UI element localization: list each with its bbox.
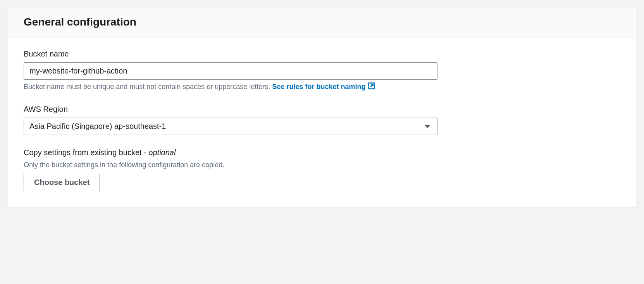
copy-settings-label-main: Copy settings from existing bucket -: [24, 148, 148, 157]
aws-region-field: AWS Region Asia Pacific (Singapore) ap-s…: [24, 105, 620, 135]
bucket-name-field: Bucket name Bucket name must be unique a…: [24, 50, 620, 92]
bucket-name-input[interactable]: [24, 62, 437, 80]
copy-settings-field: Copy settings from existing bucket - opt…: [24, 148, 620, 191]
aws-region-label: AWS Region: [24, 105, 620, 114]
external-link-icon: [368, 82, 375, 92]
panel-body: Bucket name Bucket name must be unique a…: [8, 38, 636, 207]
aws-region-select-wrap: Asia Pacific (Singapore) ap-southeast-1: [24, 118, 437, 135]
copy-settings-label: Copy settings from existing bucket - opt…: [24, 148, 620, 157]
copy-settings-hint: Only the bucket settings in the followin…: [24, 161, 620, 169]
panel-header: General configuration: [8, 8, 636, 38]
copy-settings-label-optional: optional: [148, 148, 176, 157]
choose-bucket-button[interactable]: Choose bucket: [24, 174, 100, 191]
bucket-name-hint: Bucket name must be unique and must not …: [24, 82, 620, 92]
bucket-name-label: Bucket name: [24, 50, 620, 58]
bucket-name-hint-text: Bucket name must be unique and must not …: [24, 83, 272, 91]
general-configuration-panel: General configuration Bucket name Bucket…: [8, 8, 636, 207]
bucket-naming-rules-link[interactable]: See rules for bucket naming: [272, 83, 375, 91]
bucket-naming-rules-link-text: See rules for bucket naming: [272, 83, 365, 91]
aws-region-select[interactable]: Asia Pacific (Singapore) ap-southeast-1: [24, 118, 437, 135]
panel-title: General configuration: [24, 16, 620, 28]
